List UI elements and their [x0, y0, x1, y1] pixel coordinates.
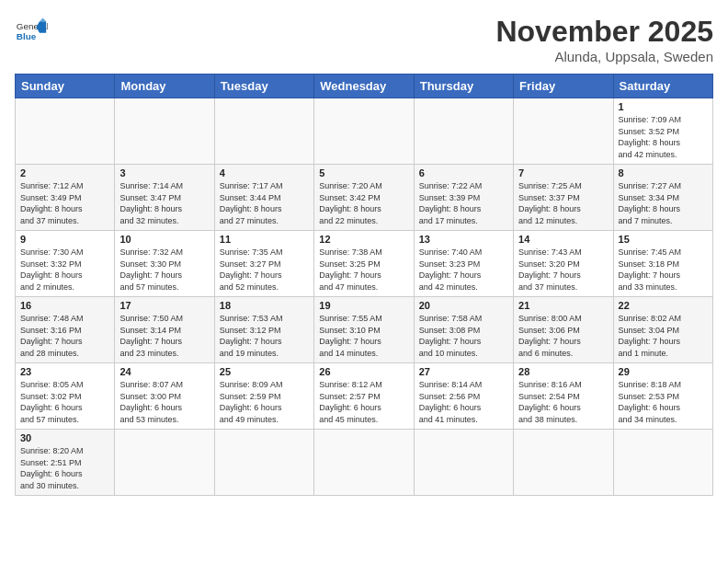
svg-text:Blue: Blue: [17, 31, 37, 41]
calendar-cell: 7Sunrise: 7:25 AM Sunset: 3:37 PM Daylig…: [514, 165, 613, 231]
day-number: 13: [419, 234, 508, 245]
calendar-cell: 1Sunrise: 7:09 AM Sunset: 3:52 PM Daylig…: [613, 98, 712, 165]
day-info: Sunrise: 8:02 AM Sunset: 3:04 PM Dayligh…: [619, 313, 708, 359]
logo-icon: General Blue: [15, 15, 48, 48]
day-info: Sunrise: 7:25 AM Sunset: 3:37 PM Dayligh…: [518, 180, 608, 226]
day-number: 9: [20, 234, 109, 245]
calendar-cell: 4Sunrise: 7:17 AM Sunset: 3:44 PM Daylig…: [214, 165, 313, 231]
day-number: 26: [319, 366, 408, 377]
day-info: Sunrise: 8:09 AM Sunset: 2:59 PM Dayligh…: [220, 379, 309, 425]
calendar-cell: 8Sunrise: 7:27 AM Sunset: 3:34 PM Daylig…: [613, 165, 712, 231]
day-number: 15: [619, 234, 708, 245]
logo: General Blue: [15, 15, 48, 48]
day-number: 1: [619, 101, 708, 112]
calendar-cell: 11Sunrise: 7:35 AM Sunset: 3:27 PM Dayli…: [214, 231, 313, 297]
calendar-cell: 2Sunrise: 7:12 AM Sunset: 3:49 PM Daylig…: [16, 165, 115, 231]
calendar-cell: 6Sunrise: 7:22 AM Sunset: 3:39 PM Daylig…: [414, 165, 513, 231]
day-number: 30: [20, 432, 109, 443]
day-info: Sunrise: 7:55 AM Sunset: 3:10 PM Dayligh…: [319, 313, 408, 359]
calendar-cell: 29Sunrise: 8:18 AM Sunset: 2:53 PM Dayli…: [613, 363, 712, 430]
calendar-cell: [514, 430, 613, 496]
calendar-cell: [314, 430, 414, 496]
day-info: Sunrise: 8:12 AM Sunset: 2:57 PM Dayligh…: [319, 379, 408, 425]
day-info: Sunrise: 8:14 AM Sunset: 2:56 PM Dayligh…: [419, 379, 508, 425]
calendar-cell: [214, 430, 313, 496]
header: General Blue November 2025 Alunda, Uppsa…: [15, 15, 713, 64]
day-info: Sunrise: 8:00 AM Sunset: 3:06 PM Dayligh…: [518, 313, 608, 359]
calendar-cell: 25Sunrise: 8:09 AM Sunset: 2:59 PM Dayli…: [214, 363, 313, 430]
calendar-cell: 23Sunrise: 8:05 AM Sunset: 3:02 PM Dayli…: [16, 363, 115, 430]
calendar-cell: 27Sunrise: 8:14 AM Sunset: 2:56 PM Dayli…: [414, 363, 513, 430]
day-number: 10: [119, 234, 209, 245]
weekday-header-saturday: Saturday: [613, 75, 712, 98]
day-number: 17: [119, 300, 209, 311]
calendar-cell: 5Sunrise: 7:20 AM Sunset: 3:42 PM Daylig…: [314, 165, 414, 231]
day-info: Sunrise: 7:50 AM Sunset: 3:14 PM Dayligh…: [119, 313, 209, 359]
calendar-week-row: 2Sunrise: 7:12 AM Sunset: 3:49 PM Daylig…: [16, 165, 713, 231]
calendar-week-row: 9Sunrise: 7:30 AM Sunset: 3:32 PM Daylig…: [16, 231, 713, 297]
day-info: Sunrise: 7:43 AM Sunset: 3:20 PM Dayligh…: [518, 247, 608, 293]
day-info: Sunrise: 7:45 AM Sunset: 3:18 PM Dayligh…: [619, 247, 708, 293]
weekday-header-sunday: Sunday: [16, 75, 115, 98]
calendar-cell: 21Sunrise: 8:00 AM Sunset: 3:06 PM Dayli…: [514, 297, 613, 363]
calendar-cell: 20Sunrise: 7:58 AM Sunset: 3:08 PM Dayli…: [414, 297, 513, 363]
day-info: Sunrise: 7:32 AM Sunset: 3:30 PM Dayligh…: [119, 247, 209, 293]
calendar-cell: [16, 98, 115, 165]
day-number: 21: [518, 300, 608, 311]
weekday-header-row: SundayMondayTuesdayWednesdayThursdayFrid…: [16, 75, 713, 98]
weekday-header-tuesday: Tuesday: [214, 75, 313, 98]
calendar-cell: [613, 430, 712, 496]
day-number: 24: [119, 366, 209, 377]
day-info: Sunrise: 7:35 AM Sunset: 3:27 PM Dayligh…: [220, 247, 309, 293]
calendar-cell: 14Sunrise: 7:43 AM Sunset: 3:20 PM Dayli…: [514, 231, 613, 297]
day-info: Sunrise: 7:58 AM Sunset: 3:08 PM Dayligh…: [419, 313, 508, 359]
day-number: 16: [20, 300, 109, 311]
day-number: 22: [619, 300, 708, 311]
calendar-cell: 12Sunrise: 7:38 AM Sunset: 3:25 PM Dayli…: [314, 231, 414, 297]
day-info: Sunrise: 7:38 AM Sunset: 3:25 PM Dayligh…: [319, 247, 408, 293]
calendar-cell: 13Sunrise: 7:40 AM Sunset: 3:23 PM Dayli…: [414, 231, 513, 297]
day-number: 5: [319, 167, 408, 178]
weekday-header-wednesday: Wednesday: [314, 75, 414, 98]
calendar-cell: 30Sunrise: 8:20 AM Sunset: 2:51 PM Dayli…: [16, 430, 115, 496]
day-number: 6: [419, 167, 508, 178]
day-info: Sunrise: 7:22 AM Sunset: 3:39 PM Dayligh…: [419, 180, 508, 226]
calendar-cell: 19Sunrise: 7:55 AM Sunset: 3:10 PM Dayli…: [314, 297, 414, 363]
day-info: Sunrise: 8:20 AM Sunset: 2:51 PM Dayligh…: [20, 445, 109, 491]
day-info: Sunrise: 7:17 AM Sunset: 3:44 PM Dayligh…: [220, 180, 309, 226]
day-number: 20: [419, 300, 508, 311]
weekday-header-monday: Monday: [115, 75, 214, 98]
calendar-week-row: 23Sunrise: 8:05 AM Sunset: 3:02 PM Dayli…: [16, 363, 713, 430]
svg-marker-3: [40, 18, 46, 22]
day-info: Sunrise: 7:20 AM Sunset: 3:42 PM Dayligh…: [319, 180, 408, 226]
calendar-cell: 16Sunrise: 7:48 AM Sunset: 3:16 PM Dayli…: [16, 297, 115, 363]
day-info: Sunrise: 7:12 AM Sunset: 3:49 PM Dayligh…: [20, 180, 109, 226]
weekday-header-thursday: Thursday: [414, 75, 513, 98]
calendar-cell: 10Sunrise: 7:32 AM Sunset: 3:30 PM Dayli…: [115, 231, 214, 297]
day-number: 3: [119, 167, 209, 178]
weekday-header-friday: Friday: [514, 75, 613, 98]
calendar-cell: [214, 98, 313, 165]
calendar-cell: 24Sunrise: 8:07 AM Sunset: 3:00 PM Dayli…: [115, 363, 214, 430]
calendar-cell: 9Sunrise: 7:30 AM Sunset: 3:32 PM Daylig…: [16, 231, 115, 297]
day-info: Sunrise: 7:53 AM Sunset: 3:12 PM Dayligh…: [220, 313, 309, 359]
calendar-cell: [414, 98, 513, 165]
calendar-cell: [514, 98, 613, 165]
calendar-cell: 18Sunrise: 7:53 AM Sunset: 3:12 PM Dayli…: [214, 297, 313, 363]
day-number: 25: [220, 366, 309, 377]
day-info: Sunrise: 7:48 AM Sunset: 3:16 PM Dayligh…: [20, 313, 109, 359]
day-info: Sunrise: 7:14 AM Sunset: 3:47 PM Dayligh…: [119, 180, 209, 226]
day-number: 12: [319, 234, 408, 245]
day-number: 7: [518, 167, 608, 178]
calendar-cell: 17Sunrise: 7:50 AM Sunset: 3:14 PM Dayli…: [115, 297, 214, 363]
day-info: Sunrise: 7:30 AM Sunset: 3:32 PM Dayligh…: [20, 247, 109, 293]
calendar-cell: [314, 98, 414, 165]
day-info: Sunrise: 8:05 AM Sunset: 3:02 PM Dayligh…: [20, 379, 109, 425]
day-info: Sunrise: 8:16 AM Sunset: 2:54 PM Dayligh…: [518, 379, 608, 425]
day-number: 28: [518, 366, 608, 377]
day-number: 23: [20, 366, 109, 377]
calendar-cell: [115, 430, 214, 496]
day-info: Sunrise: 8:07 AM Sunset: 3:00 PM Dayligh…: [119, 379, 209, 425]
month-year-title: November 2025: [495, 15, 713, 49]
day-number: 11: [220, 234, 309, 245]
